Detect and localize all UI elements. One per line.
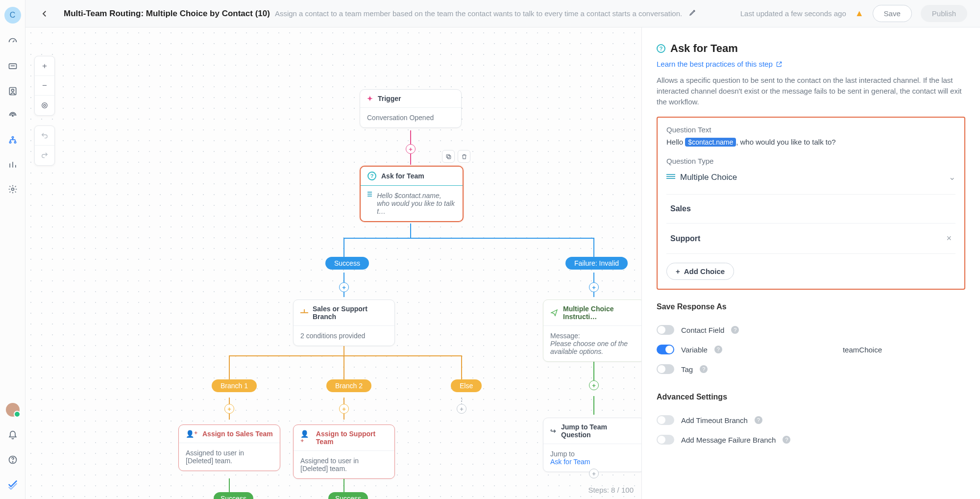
- branch1-pill[interactable]: Branch 1: [212, 379, 257, 392]
- messages-icon[interactable]: [7, 61, 19, 73]
- node-title: Multiple Choice Instructi…: [563, 305, 637, 321]
- undo-button[interactable]: [35, 126, 54, 146]
- remove-choice-icon[interactable]: ×: [946, 233, 952, 244]
- svg-rect-12: [447, 155, 451, 159]
- contacts-icon[interactable]: [7, 85, 19, 97]
- copy-node-icon[interactable]: [442, 150, 455, 163]
- save-button[interactable]: Save: [873, 5, 912, 22]
- back-button[interactable]: [38, 7, 51, 20]
- failure-pill[interactable]: Failure: Invalid: [565, 257, 628, 270]
- workflow-canvas[interactable]: + − ✦Trigger Conversation Opened + ?A: [25, 27, 641, 499]
- top-bar: Multi-Team Routing: Multiple Choice by C…: [25, 0, 980, 27]
- workflow-title: Multi-Team Routing: Multiple Choice by C…: [64, 9, 270, 19]
- zoom-in-button[interactable]: +: [35, 56, 54, 76]
- tag-toggle-row: Tag ?: [657, 359, 965, 379]
- publish-button[interactable]: Publish: [921, 5, 967, 22]
- node-title: Trigger: [378, 95, 401, 102]
- question-text-input[interactable]: Hello $contact.name, who would you like …: [666, 138, 956, 146]
- variable-token[interactable]: $contact.name: [685, 138, 736, 147]
- info-icon[interactable]: ?: [700, 365, 708, 373]
- tag-toggle[interactable]: [657, 364, 674, 374]
- settings-icon[interactable]: [7, 183, 19, 195]
- toggle-label: Add Message Failure Branch: [681, 436, 776, 444]
- toggle-label: Contact Field: [681, 326, 724, 334]
- node-jump[interactable]: ↪Jump to Team Question Jump toAsk for Te…: [543, 418, 641, 472]
- add-step-button[interactable]: +: [589, 469, 599, 478]
- brand-check-icon[interactable]: [7, 478, 19, 490]
- add-step-button[interactable]: +: [589, 282, 599, 292]
- node-branch[interactable]: Sales or Support Branch 2 conditions pro…: [293, 299, 395, 346]
- node-mc-instructions[interactable]: Multiple Choice Instructi… Message:Pleas…: [543, 299, 641, 362]
- svg-point-7: [11, 188, 14, 191]
- add-step-button[interactable]: +: [406, 144, 416, 154]
- variable-toggle[interactable]: [657, 345, 674, 354]
- add-step-button[interactable]: +: [339, 282, 349, 292]
- else-pill[interactable]: Else: [451, 379, 482, 392]
- zoom-out-button[interactable]: −: [35, 76, 54, 96]
- node-body: Conversation Opened: [360, 108, 461, 127]
- jump-target-link[interactable]: Ask for Team: [550, 458, 637, 466]
- svg-point-9: [12, 462, 13, 462]
- learn-best-practices-link[interactable]: Learn the best practices of this step: [657, 60, 965, 68]
- toggle-label: Tag: [681, 365, 693, 374]
- choice-item[interactable]: Support×: [666, 224, 956, 254]
- panel-title: ?Ask for Team: [657, 42, 965, 55]
- info-icon[interactable]: ?: [714, 346, 722, 353]
- info-icon[interactable]: ?: [783, 436, 790, 444]
- help-icon[interactable]: [7, 454, 19, 466]
- delete-node-icon[interactable]: [458, 150, 470, 163]
- send-message-icon: [550, 309, 558, 317]
- dashboard-icon[interactable]: [7, 36, 19, 48]
- question-icon: ?: [368, 172, 376, 180]
- add-step-button[interactable]: +: [589, 380, 599, 390]
- info-icon[interactable]: ?: [731, 326, 739, 334]
- add-step-button[interactable]: +: [224, 404, 234, 414]
- add-choice-button[interactable]: +Add Choice: [666, 263, 734, 280]
- node-ask-for-team[interactable]: ?Ask for Team Hello $contact.name, who w…: [360, 166, 464, 222]
- node-subtitle: Jump to: [550, 450, 637, 458]
- node-body: 2 conditions provided: [294, 326, 394, 346]
- choice-item[interactable]: Sales: [666, 195, 956, 224]
- timeout-branch-toggle[interactable]: [657, 415, 674, 425]
- svg-point-6: [14, 142, 16, 143]
- msg-failure-branch-row: Add Message Failure Branch ?: [657, 430, 965, 449]
- multiple-choice-icon: [368, 192, 372, 199]
- question-text-label: Question Text: [666, 125, 956, 134]
- assign-icon: 👤⁺: [300, 430, 311, 446]
- success-pill[interactable]: Success: [214, 492, 253, 499]
- jump-icon: ↪: [550, 427, 556, 435]
- node-trigger[interactable]: ✦Trigger Conversation Opened: [360, 89, 462, 128]
- edit-title-icon[interactable]: [689, 8, 697, 19]
- question-config-box: Question Text Hello $contact.name, who w…: [657, 117, 965, 290]
- node-body: Assigned to user in [Deleted] team.: [294, 451, 394, 478]
- node-subtitle: Message:: [550, 332, 637, 340]
- branch-icon: [300, 309, 308, 316]
- contact-field-toggle[interactable]: [657, 325, 674, 335]
- workflows-icon[interactable]: [7, 134, 19, 146]
- node-assign-sales[interactable]: 👤⁺Assign to Sales Team Assigned to user …: [178, 424, 280, 471]
- branch2-pill[interactable]: Branch 2: [326, 379, 371, 392]
- redo-button[interactable]: [35, 146, 54, 165]
- node-title: Assign to Support Team: [316, 430, 388, 446]
- question-icon: ?: [657, 44, 665, 53]
- user-avatar[interactable]: [6, 403, 20, 417]
- variable-value[interactable]: teamChoice: [843, 346, 882, 354]
- reports-icon[interactable]: [7, 159, 19, 171]
- last-updated: Last updated a few seconds ago: [740, 9, 846, 18]
- question-type-select[interactable]: Multiple Choice ⌄: [666, 169, 956, 185]
- add-step-button[interactable]: +: [339, 404, 349, 414]
- warning-icon[interactable]: ▲: [855, 8, 864, 19]
- info-icon[interactable]: ?: [755, 416, 762, 424]
- msg-failure-branch-toggle[interactable]: [657, 435, 674, 445]
- workspace-avatar[interactable]: C: [4, 7, 21, 24]
- chevron-down-icon: ⌄: [949, 172, 956, 182]
- notifications-icon[interactable]: [7, 429, 19, 441]
- plus-icon: +: [676, 267, 680, 275]
- svg-point-2: [11, 89, 14, 92]
- broadcast-icon[interactable]: [7, 110, 19, 122]
- add-step-button[interactable]: +: [457, 404, 466, 414]
- success-pill[interactable]: Success: [325, 257, 369, 270]
- fit-view-button[interactable]: [35, 96, 54, 115]
- success-pill[interactable]: Success: [328, 492, 368, 499]
- node-assign-support[interactable]: 👤⁺Assign to Support Team Assigned to use…: [293, 424, 395, 479]
